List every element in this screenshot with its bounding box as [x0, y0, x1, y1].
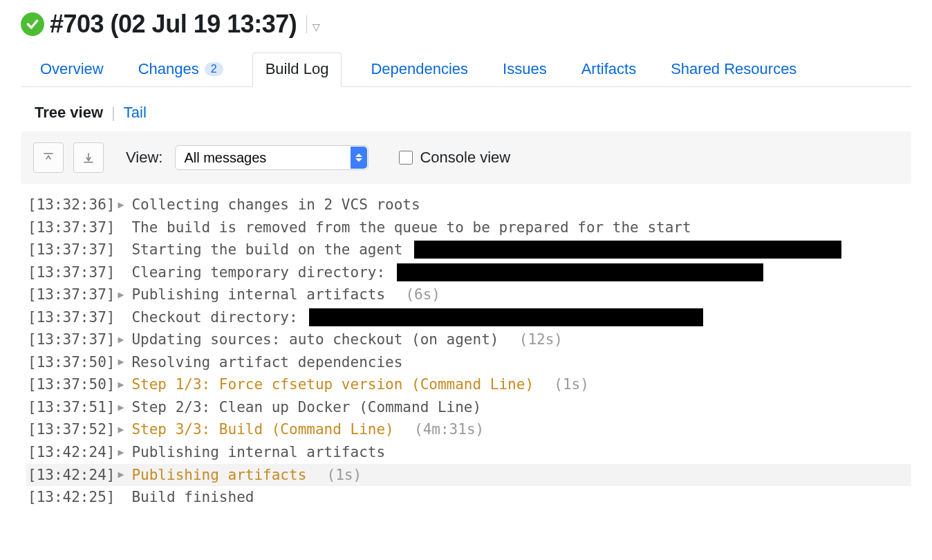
- tab-label: Build Log: [265, 60, 329, 78]
- log-timestamp: [13:37:52]: [28, 418, 115, 441]
- log-timestamp: [13:37:37]: [28, 216, 115, 239]
- log-timestamp: [13:37:37]: [28, 283, 115, 306]
- expand-icon[interactable]: ▶: [118, 354, 129, 370]
- log-duration: (6s): [388, 283, 440, 306]
- redacted-block: [414, 241, 841, 259]
- log-timestamp: [13:42:24]: [28, 464, 115, 487]
- console-view-label: Console view: [420, 149, 510, 167]
- tab-label: Dependencies: [371, 60, 468, 78]
- log-message: Resolving artifact dependencies: [131, 351, 402, 374]
- log-toolbar: View: All messages Console view: [21, 131, 911, 184]
- tab-build-log[interactable]: Build Log: [252, 53, 342, 87]
- console-view-toggle[interactable]: Console view: [399, 149, 510, 167]
- log-message: Step 2/3: Clean up Docker (Command Line): [131, 396, 481, 419]
- build-actions-dropdown[interactable]: ▽: [306, 15, 320, 33]
- separator: |: [111, 104, 115, 122]
- log-message: Publishing internal artifacts: [131, 441, 385, 464]
- expand-icon[interactable]: ▶: [118, 400, 129, 416]
- log-message: Collecting changes in 2 VCS roots: [131, 194, 420, 216]
- log-row[interactable]: [13:42:25]▶Build finished: [26, 486, 911, 509]
- view-filter-select[interactable]: All messages: [175, 145, 369, 170]
- log-duration: (1s): [309, 464, 362, 487]
- console-view-checkbox[interactable]: [399, 151, 413, 165]
- expand-placeholder: ▶: [118, 219, 129, 235]
- expand-icon[interactable]: ▶: [118, 377, 129, 393]
- tab-label: Changes: [138, 60, 199, 78]
- log-timestamp: [13:37:37]: [28, 328, 115, 351]
- expand-placeholder: ▶: [118, 489, 129, 505]
- log-row[interactable]: [13:37:37]▶Starting the build on the age…: [26, 239, 911, 261]
- log-message: Publishing artifacts: [131, 464, 306, 487]
- log-row[interactable]: [13:37:37]▶The build is removed from the…: [26, 216, 911, 239]
- log-row[interactable]: [13:37:37]▶Clearing temporary directory:: [26, 261, 911, 284]
- expand-placeholder: ▶: [118, 309, 129, 325]
- log-message: Clearing temporary directory:: [131, 261, 393, 284]
- log-timestamp: [13:37:51]: [28, 396, 115, 419]
- log-message: Step 1/3: Force cfsetup version (Command…: [131, 373, 534, 396]
- log-timestamp: [13:37:37]: [28, 306, 115, 329]
- tab-label: Issues: [503, 60, 547, 78]
- build-title: #703 (02 Jul 19 13:37): [50, 10, 297, 39]
- log-message: Step 3/3: Build (Command Line): [131, 418, 393, 441]
- view-filter-select-wrap: All messages: [175, 145, 369, 170]
- log-message: Updating sources: auto checkout (on agen…: [131, 328, 498, 351]
- log-row[interactable]: [13:37:37]▶Checkout directory:: [26, 306, 911, 329]
- redacted-block: [309, 308, 703, 326]
- log-view-toggle: Tree view | Tail: [21, 104, 911, 131]
- tab-label: Shared Resources: [671, 60, 796, 78]
- log-message: The build is removed from the queue to b…: [131, 216, 691, 239]
- changes-count-badge: 2: [205, 62, 223, 76]
- log-timestamp: [13:42:24]: [28, 441, 115, 464]
- tail-view-mode[interactable]: Tail: [124, 104, 147, 122]
- success-icon: [21, 12, 44, 36]
- log-timestamp: [13:32:36]: [28, 194, 115, 216]
- tab-issues[interactable]: Issues: [497, 53, 552, 86]
- log-duration: (1s): [537, 373, 589, 396]
- log-timestamp: [13:37:50]: [28, 351, 115, 374]
- expand-icon[interactable]: ▶: [118, 287, 129, 303]
- log-duration: (12s): [501, 328, 563, 351]
- tab-dependencies[interactable]: Dependencies: [365, 53, 474, 86]
- tab-artifacts[interactable]: Artifacts: [576, 53, 642, 86]
- expand-placeholder: ▶: [118, 264, 129, 280]
- build-log: [13:32:36]▶Collecting changes in 2 VCS r…: [21, 194, 911, 509]
- log-row[interactable]: [13:42:24]▶Publishing artifacts (1s): [26, 464, 911, 487]
- log-message: Publishing internal artifacts: [131, 283, 385, 306]
- expand-icon[interactable]: ▶: [118, 197, 129, 213]
- log-timestamp: [13:37:37]: [28, 261, 115, 284]
- log-timestamp: [13:42:25]: [28, 486, 115, 509]
- log-timestamp: [13:37:50]: [28, 373, 115, 396]
- log-row[interactable]: [13:37:52]▶Step 3/3: Build (Command Line…: [26, 418, 911, 441]
- download-log-button[interactable]: [73, 142, 104, 173]
- log-message: Checkout directory:: [131, 306, 306, 329]
- expand-placeholder: ▶: [118, 242, 129, 258]
- redacted-block: [397, 263, 763, 281]
- tab-shared-resources[interactable]: Shared Resources: [665, 53, 802, 86]
- log-timestamp: [13:37:37]: [28, 239, 115, 261]
- log-row[interactable]: [13:37:37]▶Updating sources: auto checko…: [26, 328, 911, 351]
- expand-icon[interactable]: ▶: [118, 467, 129, 483]
- tab-overview[interactable]: Overview: [35, 53, 109, 86]
- log-row[interactable]: [13:37:51]▶Step 2/3: Clean up Docker (Co…: [26, 396, 911, 419]
- build-tabs: Overview Changes 2 Build Log Dependencie…: [21, 53, 911, 87]
- log-duration: (4m:31s): [397, 418, 484, 441]
- log-row[interactable]: [13:37:50]▶Resolving artifact dependenci…: [26, 351, 911, 374]
- expand-icon[interactable]: ▶: [118, 332, 129, 348]
- collapse-all-button[interactable]: [33, 142, 64, 173]
- log-row[interactable]: [13:37:37]▶Publishing internal artifacts…: [26, 283, 911, 306]
- tab-label: Artifacts: [581, 60, 636, 78]
- log-message: Build finished: [131, 486, 254, 509]
- build-header: #703 (02 Jul 19 13:37) ▽: [21, 10, 911, 39]
- log-row[interactable]: [13:42:24]▶Publishing internal artifacts: [26, 441, 911, 464]
- tab-label: Overview: [40, 60, 104, 78]
- log-message: Starting the build on the agent: [131, 239, 411, 261]
- log-row[interactable]: [13:32:36]▶Collecting changes in 2 VCS r…: [26, 194, 911, 216]
- tree-view-mode[interactable]: Tree view: [35, 104, 103, 122]
- expand-icon[interactable]: ▶: [118, 422, 129, 438]
- view-filter-label: View:: [126, 149, 162, 167]
- expand-icon[interactable]: ▶: [118, 445, 129, 460]
- log-row[interactable]: [13:37:50]▶Step 1/3: Force cfsetup versi…: [26, 373, 911, 396]
- tab-changes[interactable]: Changes 2: [133, 53, 229, 86]
